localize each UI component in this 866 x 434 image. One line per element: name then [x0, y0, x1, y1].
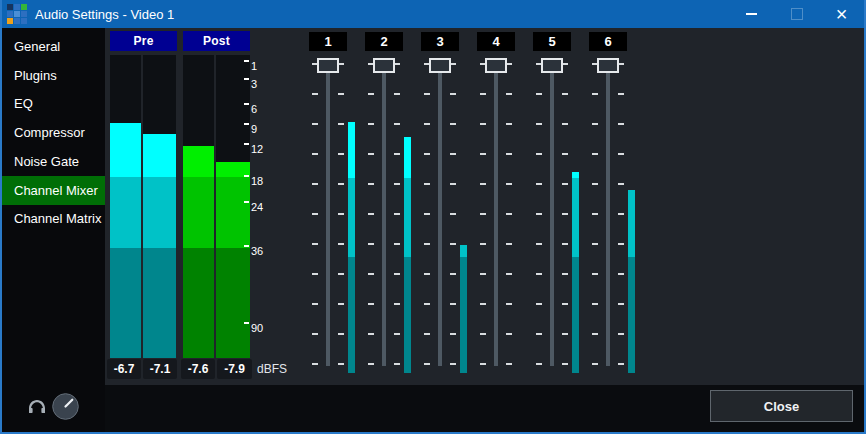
sidebar-item-noise-gate[interactable]: Noise Gate [2, 147, 105, 176]
slider-tick [480, 363, 486, 365]
slider-tick [618, 123, 624, 125]
channel-2-slider-track[interactable] [382, 63, 386, 366]
channel-label-1: 1 [309, 32, 347, 51]
slider-tick [368, 213, 374, 215]
maximize-button[interactable] [774, 0, 819, 28]
slider-tick [424, 183, 430, 185]
sidebar-item-general[interactable]: General [2, 32, 105, 61]
slider-tick [450, 213, 456, 215]
slider-tick [506, 363, 512, 365]
slider-tick [506, 273, 512, 275]
db-scale-tick [244, 78, 249, 80]
channel-5-slider-track[interactable] [550, 63, 554, 366]
channel-6-slider-track[interactable] [606, 63, 610, 366]
audio-settings-window: Audio Settings - Video 1 × GeneralPlugin… [0, 0, 866, 434]
slider-tick [368, 273, 374, 275]
slider-tick [368, 243, 374, 245]
pre-meter-right [143, 55, 176, 358]
sidebar-item-channel-mixer[interactable]: Channel Mixer [2, 176, 105, 205]
slider-tick [506, 123, 512, 125]
slider-tick [480, 93, 486, 95]
slider-tick [536, 243, 542, 245]
slider-tick [592, 123, 598, 125]
slider-tick [394, 303, 400, 305]
channel-label-2: 2 [365, 32, 403, 51]
slider-tick [394, 243, 400, 245]
slider-tick [480, 303, 486, 305]
slider-tick [312, 123, 318, 125]
slider-tick [562, 123, 568, 125]
db-scale-tick [244, 175, 249, 177]
slider-tick [618, 363, 624, 365]
channel-2-slider-handle[interactable] [373, 58, 395, 73]
slider-tick [424, 333, 430, 335]
slider-tick [562, 303, 568, 305]
sidebar-item-plugins[interactable]: Plugins [2, 61, 105, 90]
channel-1-slider-track[interactable] [326, 63, 330, 366]
slider-tick [394, 213, 400, 215]
minimize-icon [746, 13, 757, 15]
slider-tick [536, 123, 542, 125]
close-window-button[interactable]: × [819, 0, 864, 28]
slider-tick [394, 183, 400, 185]
monitor-volume-knob[interactable] [52, 393, 79, 420]
slider-tick [424, 153, 430, 155]
slider-tick [618, 183, 624, 185]
channel-4-slider-handle[interactable] [485, 58, 507, 73]
slider-tick [592, 183, 598, 185]
db-scale-tick [244, 201, 249, 203]
slider-tick [618, 273, 624, 275]
db-scale-tick [244, 123, 249, 125]
slider-tick [394, 93, 400, 95]
close-button[interactable]: Close [710, 390, 853, 422]
meter-level-bar [216, 162, 250, 358]
minimize-button[interactable] [729, 0, 774, 28]
slider-tick [424, 123, 430, 125]
meter-level-bar [110, 123, 141, 358]
channel-label-5: 5 [533, 32, 571, 51]
slider-tick [338, 273, 344, 275]
slider-tick [450, 363, 456, 365]
maximize-icon [791, 8, 803, 20]
slider-tick [506, 183, 512, 185]
sidebar-item-eq[interactable]: EQ [2, 89, 105, 118]
channel-3-slider-track[interactable] [438, 63, 442, 366]
slider-tick [368, 183, 374, 185]
sidebar-item-compressor[interactable]: Compressor [2, 118, 105, 147]
db-scale-label: 1 [251, 60, 257, 72]
slider-tick [592, 213, 598, 215]
slider-tick [506, 243, 512, 245]
sidebar-item-channel-matrix[interactable]: Channel Matrix [2, 204, 105, 233]
slider-tick [368, 333, 374, 335]
slider-tick [592, 93, 598, 95]
slider-tick [312, 183, 318, 185]
pre-level-value-right: -7.1 [143, 359, 177, 379]
channel-5-slider-handle[interactable] [541, 58, 563, 73]
slider-tick [450, 123, 456, 125]
slider-tick [592, 333, 598, 335]
channel-6-slider-handle[interactable] [597, 58, 619, 73]
slider-tick [536, 303, 542, 305]
slider-tick [562, 363, 568, 365]
db-scale-label: 24 [251, 201, 263, 213]
slider-tick [450, 153, 456, 155]
slider-tick [592, 243, 598, 245]
slider-tick [536, 363, 542, 365]
pre-meter-left [110, 55, 141, 358]
slider-tick [450, 333, 456, 335]
slider-tick [618, 243, 624, 245]
slider-tick [480, 243, 486, 245]
slider-tick [338, 123, 344, 125]
channel-1-slider-handle[interactable] [317, 58, 339, 73]
titlebar: Audio Settings - Video 1 × [2, 0, 864, 28]
app-icon [7, 4, 27, 24]
slider-tick [562, 273, 568, 275]
meter-group-label-pre: Pre [110, 31, 177, 51]
window-controls: × [729, 0, 864, 28]
slider-tick [562, 213, 568, 215]
slider-tick [394, 333, 400, 335]
slider-tick [506, 153, 512, 155]
channel-3-slider-handle[interactable] [429, 58, 451, 73]
slider-tick [562, 93, 568, 95]
channel-4-slider-track[interactable] [494, 63, 498, 366]
